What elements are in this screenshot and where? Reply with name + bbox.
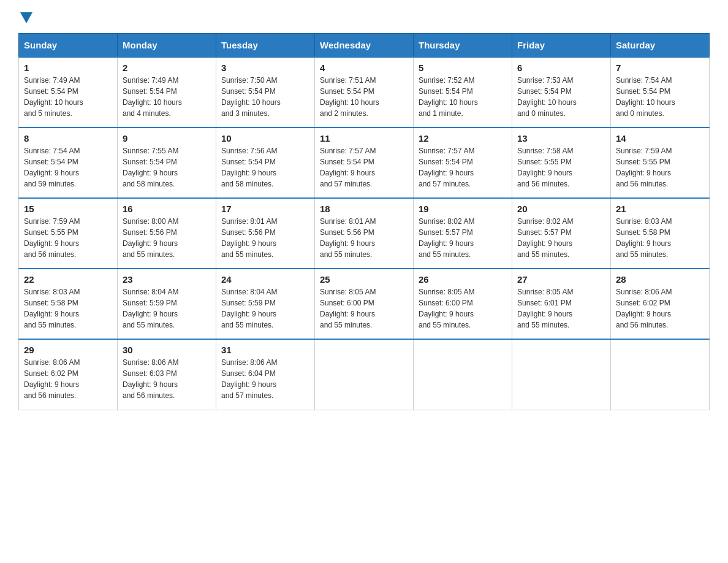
day-number: 27 xyxy=(517,274,605,285)
day-info: Sunrise: 8:06 AMSunset: 6:04 PMDaylight:… xyxy=(221,357,309,401)
day-number: 15 xyxy=(24,204,112,214)
day-number: 23 xyxy=(123,274,211,285)
calendar-week-row: 1Sunrise: 7:49 AMSunset: 5:54 PMDaylight… xyxy=(19,57,710,128)
calendar-day-cell: 19Sunrise: 8:02 AMSunset: 5:57 PMDayligh… xyxy=(414,198,512,269)
calendar-day-cell: 21Sunrise: 8:03 AMSunset: 5:58 PMDayligh… xyxy=(611,198,710,269)
calendar-day-cell: 12Sunrise: 7:57 AMSunset: 5:54 PMDayligh… xyxy=(414,128,512,198)
day-number: 24 xyxy=(221,274,309,285)
day-info: Sunrise: 8:02 AMSunset: 5:57 PMDaylight:… xyxy=(419,216,507,260)
calendar-day-cell: 22Sunrise: 8:03 AMSunset: 5:58 PMDayligh… xyxy=(19,269,118,339)
logo xyxy=(18,12,32,22)
day-info: Sunrise: 8:01 AMSunset: 5:56 PMDaylight:… xyxy=(221,216,309,260)
day-info: Sunrise: 8:05 AMSunset: 6:01 PMDaylight:… xyxy=(517,286,605,331)
day-number: 17 xyxy=(221,204,309,214)
day-number: 21 xyxy=(616,204,704,214)
day-number: 14 xyxy=(616,133,704,144)
calendar-day-cell: 13Sunrise: 7:58 AMSunset: 5:55 PMDayligh… xyxy=(512,128,611,198)
day-number: 1 xyxy=(24,63,112,73)
day-info: Sunrise: 7:57 AMSunset: 5:54 PMDaylight:… xyxy=(419,145,507,190)
calendar-week-row: 15Sunrise: 7:59 AMSunset: 5:55 PMDayligh… xyxy=(19,198,710,269)
calendar-day-cell: 25Sunrise: 8:05 AMSunset: 6:00 PMDayligh… xyxy=(315,269,414,339)
calendar-day-cell: 20Sunrise: 8:02 AMSunset: 5:57 PMDayligh… xyxy=(512,198,611,269)
day-number: 9 xyxy=(123,133,211,144)
calendar-day-cell: 3Sunrise: 7:50 AMSunset: 5:54 PMDaylight… xyxy=(216,57,315,128)
weekday-header-cell: Monday xyxy=(118,34,216,58)
day-number: 12 xyxy=(419,133,507,144)
calendar-day-cell: 17Sunrise: 8:01 AMSunset: 5:56 PMDayligh… xyxy=(216,198,315,269)
weekday-header-cell: Thursday xyxy=(414,34,512,58)
calendar-week-row: 22Sunrise: 8:03 AMSunset: 5:58 PMDayligh… xyxy=(19,269,710,339)
day-info: Sunrise: 7:52 AMSunset: 5:54 PMDaylight:… xyxy=(419,75,507,119)
day-info: Sunrise: 8:04 AMSunset: 5:59 PMDaylight:… xyxy=(221,286,309,331)
weekday-header-cell: Sunday xyxy=(19,34,118,58)
calendar-day-cell xyxy=(315,339,414,410)
day-number: 26 xyxy=(419,274,507,285)
day-info: Sunrise: 7:50 AMSunset: 5:54 PMDaylight:… xyxy=(221,75,309,119)
day-number: 8 xyxy=(24,133,112,144)
calendar-day-cell: 5Sunrise: 7:52 AMSunset: 5:54 PMDaylight… xyxy=(414,57,512,128)
calendar-day-cell: 7Sunrise: 7:54 AMSunset: 5:54 PMDaylight… xyxy=(611,57,710,128)
calendar-day-cell: 27Sunrise: 8:05 AMSunset: 6:01 PMDayligh… xyxy=(512,269,611,339)
day-number: 30 xyxy=(123,345,211,355)
calendar-day-cell: 2Sunrise: 7:49 AMSunset: 5:54 PMDaylight… xyxy=(118,57,216,128)
day-number: 29 xyxy=(24,345,112,355)
day-number: 19 xyxy=(419,204,507,214)
calendar-table: SundayMondayTuesdayWednesdayThursdayFrid… xyxy=(18,33,710,410)
calendar-day-cell: 29Sunrise: 8:06 AMSunset: 6:02 PMDayligh… xyxy=(19,339,118,410)
day-info: Sunrise: 7:59 AMSunset: 5:55 PMDaylight:… xyxy=(24,216,112,260)
day-info: Sunrise: 7:59 AMSunset: 5:55 PMDaylight:… xyxy=(616,145,704,190)
day-number: 28 xyxy=(616,274,704,285)
day-number: 13 xyxy=(517,133,605,144)
calendar-day-cell xyxy=(512,339,611,410)
calendar-day-cell: 24Sunrise: 8:04 AMSunset: 5:59 PMDayligh… xyxy=(216,269,315,339)
calendar-day-cell: 11Sunrise: 7:57 AMSunset: 5:54 PMDayligh… xyxy=(315,128,414,198)
weekday-header-cell: Friday xyxy=(512,34,611,58)
day-number: 5 xyxy=(419,63,507,73)
day-info: Sunrise: 7:54 AMSunset: 5:54 PMDaylight:… xyxy=(24,145,112,190)
day-info: Sunrise: 8:05 AMSunset: 6:00 PMDaylight:… xyxy=(419,286,507,331)
day-info: Sunrise: 7:58 AMSunset: 5:55 PMDaylight:… xyxy=(517,145,605,190)
day-info: Sunrise: 7:51 AMSunset: 5:54 PMDaylight:… xyxy=(320,75,408,119)
day-number: 6 xyxy=(517,63,605,73)
day-info: Sunrise: 8:03 AMSunset: 5:58 PMDaylight:… xyxy=(24,286,112,331)
weekday-header-cell: Wednesday xyxy=(315,34,414,58)
calendar-day-cell: 28Sunrise: 8:06 AMSunset: 6:02 PMDayligh… xyxy=(611,269,710,339)
day-number: 11 xyxy=(320,133,408,144)
day-info: Sunrise: 8:02 AMSunset: 5:57 PMDaylight:… xyxy=(517,216,605,260)
calendar-body: 1Sunrise: 7:49 AMSunset: 5:54 PMDaylight… xyxy=(19,57,710,410)
day-info: Sunrise: 7:53 AMSunset: 5:54 PMDaylight:… xyxy=(517,75,605,119)
weekday-header-cell: Saturday xyxy=(611,34,710,58)
calendar-day-cell: 6Sunrise: 7:53 AMSunset: 5:54 PMDaylight… xyxy=(512,57,611,128)
day-info: Sunrise: 8:01 AMSunset: 5:56 PMDaylight:… xyxy=(320,216,408,260)
calendar-week-row: 8Sunrise: 7:54 AMSunset: 5:54 PMDaylight… xyxy=(19,128,710,198)
day-info: Sunrise: 7:56 AMSunset: 5:54 PMDaylight:… xyxy=(221,145,309,190)
day-info: Sunrise: 7:54 AMSunset: 5:54 PMDaylight:… xyxy=(616,75,704,119)
calendar-day-cell: 1Sunrise: 7:49 AMSunset: 5:54 PMDaylight… xyxy=(19,57,118,128)
calendar-day-cell xyxy=(611,339,710,410)
calendar-day-cell: 16Sunrise: 8:00 AMSunset: 5:56 PMDayligh… xyxy=(118,198,216,269)
day-info: Sunrise: 8:00 AMSunset: 5:56 PMDaylight:… xyxy=(123,216,211,260)
day-info: Sunrise: 8:03 AMSunset: 5:58 PMDaylight:… xyxy=(616,216,704,260)
calendar-day-cell: 9Sunrise: 7:55 AMSunset: 5:54 PMDaylight… xyxy=(118,128,216,198)
calendar-day-cell: 30Sunrise: 8:06 AMSunset: 6:03 PMDayligh… xyxy=(118,339,216,410)
day-number: 18 xyxy=(320,204,408,214)
day-number: 10 xyxy=(221,133,309,144)
calendar-day-cell xyxy=(414,339,512,410)
calendar-day-cell: 23Sunrise: 8:04 AMSunset: 5:59 PMDayligh… xyxy=(118,269,216,339)
day-number: 4 xyxy=(320,63,408,73)
day-number: 25 xyxy=(320,274,408,285)
calendar-day-cell: 4Sunrise: 7:51 AMSunset: 5:54 PMDaylight… xyxy=(315,57,414,128)
calendar-day-cell: 8Sunrise: 7:54 AMSunset: 5:54 PMDaylight… xyxy=(19,128,118,198)
day-number: 7 xyxy=(616,63,704,73)
calendar-day-cell: 10Sunrise: 7:56 AMSunset: 5:54 PMDayligh… xyxy=(216,128,315,198)
day-info: Sunrise: 7:49 AMSunset: 5:54 PMDaylight:… xyxy=(24,75,112,119)
day-info: Sunrise: 7:55 AMSunset: 5:54 PMDaylight:… xyxy=(123,145,211,190)
day-info: Sunrise: 7:49 AMSunset: 5:54 PMDaylight:… xyxy=(123,75,211,119)
day-number: 31 xyxy=(221,345,309,355)
weekday-header-row: SundayMondayTuesdayWednesdayThursdayFrid… xyxy=(19,34,710,58)
calendar-day-cell: 31Sunrise: 8:06 AMSunset: 6:04 PMDayligh… xyxy=(216,339,315,410)
calendar-day-cell: 26Sunrise: 8:05 AMSunset: 6:00 PMDayligh… xyxy=(414,269,512,339)
day-info: Sunrise: 8:04 AMSunset: 5:59 PMDaylight:… xyxy=(123,286,211,331)
day-info: Sunrise: 7:57 AMSunset: 5:54 PMDaylight:… xyxy=(320,145,408,190)
day-number: 16 xyxy=(123,204,211,214)
